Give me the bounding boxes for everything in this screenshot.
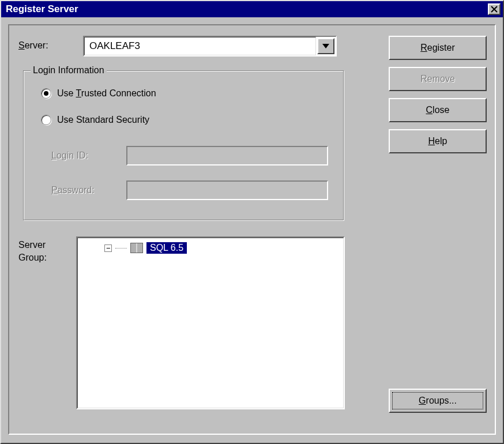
tree-expand-icon[interactable]: −: [104, 244, 112, 252]
login-id-field: [126, 146, 328, 165]
button-column: Register Remove Close Help: [389, 36, 487, 153]
standard-security-radio[interactable]: Use Standard Security: [41, 115, 149, 125]
main-panel: Server: OAKLEAF3 Register Remove Close H…: [8, 24, 496, 435]
groups-button[interactable]: Groups...: [389, 389, 487, 413]
register-server-dialog: Register Server Server: OAKLEAF3 Registe: [0, 0, 504, 444]
login-information-title: Login Information: [31, 65, 107, 76]
server-label: Server:: [18, 40, 48, 51]
chevron-down-icon: [322, 44, 329, 48]
window-title: Register Server: [6, 3, 488, 15]
password-label: Password:: [51, 185, 126, 195]
close-button[interactable]: Close: [389, 98, 487, 122]
server-group-label: ServerGroup:: [18, 239, 70, 265]
standard-security-label: Use Standard Security: [57, 115, 149, 125]
login-id-label: Login ID:: [51, 150, 126, 161]
server-combo-value: OAKLEAF3: [84, 37, 316, 55]
radio-icon: [41, 88, 51, 99]
trusted-connection-label: Use Trusted Connection: [57, 88, 156, 99]
server-group-tree[interactable]: − SQL 6.5: [76, 236, 345, 409]
tree-item[interactable]: − SQL 6.5: [84, 242, 337, 254]
title-bar: Register Server: [1, 1, 503, 17]
tree-item-label: SQL 6.5: [146, 242, 187, 254]
password-field: [126, 180, 328, 200]
register-button[interactable]: Register: [389, 36, 487, 60]
svg-marker-2: [322, 44, 329, 48]
server-group-icon: [130, 243, 143, 253]
close-icon: [491, 6, 498, 13]
remove-button: Remove: [389, 67, 487, 91]
radio-icon: [41, 115, 51, 125]
server-combo[interactable]: OAKLEAF3: [83, 36, 337, 57]
trusted-connection-radio[interactable]: Use Trusted Connection: [41, 88, 156, 99]
login-information-group: Login Information Use Trusted Connection…: [23, 70, 344, 220]
window-close-button[interactable]: [488, 3, 501, 15]
server-combo-dropdown-button[interactable]: [317, 38, 334, 54]
help-button[interactable]: Help: [389, 129, 487, 153]
